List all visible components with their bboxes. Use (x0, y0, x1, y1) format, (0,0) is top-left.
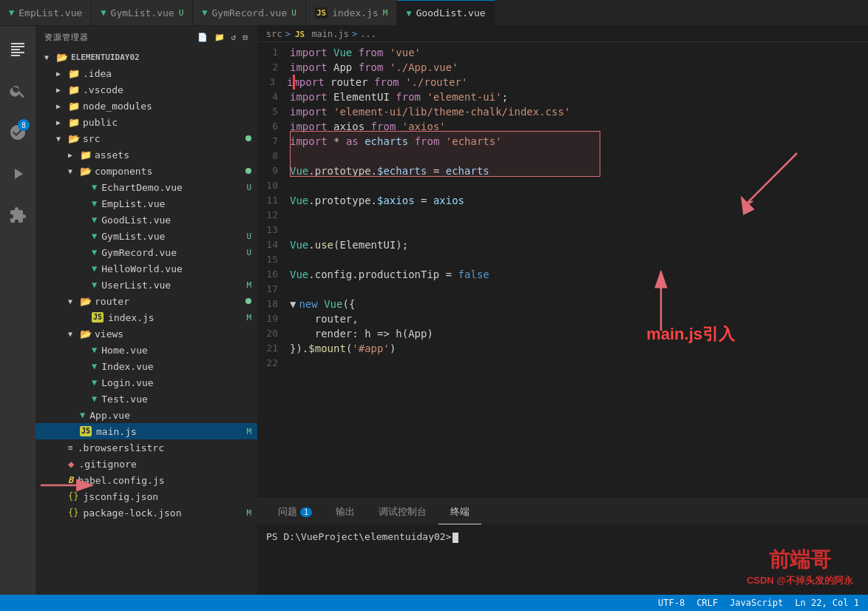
code-line-6: 6 import axios from 'axios' (257, 119, 868, 134)
expand-arrow: ▼ (68, 167, 80, 175)
code-line-1: 1 import Vue from 'vue' (257, 45, 868, 60)
tree-idea[interactable]: ▶ 📁 .idea (35, 65, 257, 81)
js-file-icon: JS (92, 312, 104, 323)
panel-tab-output[interactable]: 输出 (324, 499, 367, 524)
tree-public[interactable]: ▶ 📁 public (35, 114, 257, 130)
tree-goodlist[interactable]: ▶ ▼ GoodList.vue (35, 212, 257, 228)
code-line-2: 2 import App from './App.vue' (257, 60, 868, 75)
tab-emplist[interactable]: ▼ EmpList.vue (0, 0, 92, 25)
panel-tab-terminal[interactable]: 终端 (438, 499, 481, 524)
tree-node-modules[interactable]: ▶ 📁 node_modules (35, 98, 257, 114)
expand-arrow: ▼ (68, 297, 80, 306)
folder-icon: 📁 (68, 101, 80, 112)
sidebar-content: ▼ 📂 ELEMENTUIDAY02 ▶ 📁 .idea ▶ 📁 .vscode (35, 49, 257, 595)
tree-assets[interactable]: ▶ 📁 assets (35, 146, 257, 163)
tree-test[interactable]: ▶ ▼ Test.vue (35, 391, 257, 407)
folder-open-icon: 📂 (68, 133, 80, 144)
tree-index-vue[interactable]: ▶ ▼ Index.vue (35, 358, 257, 374)
new-file-icon[interactable]: 📄 (197, 33, 208, 42)
tree-gymlist[interactable]: ▶ ▼ GymList.vue U (35, 228, 257, 244)
code-line-12: 12 (257, 208, 868, 223)
tree-components[interactable]: ▼ 📂 components (35, 163, 257, 179)
tree-emplist[interactable]: ▶ ▼ EmpList.vue (35, 195, 257, 212)
tree-router-indexjs[interactable]: ▶ JS index.js M (35, 309, 257, 325)
expand-arrow: ▶ (68, 151, 80, 159)
vue-file-icon: ▼ (92, 394, 97, 404)
vue-file-icon: ▼ (92, 361, 97, 371)
tree-app-vue[interactable]: ▶ ▼ App.vue (35, 407, 257, 423)
badge-m: M (246, 313, 257, 323)
tree-gymrecord[interactable]: ▶ ▼ GymRecord.vue U (35, 244, 257, 260)
editor-area: src > JS main.js > ... 1 import Vue from… (257, 26, 868, 595)
tree-gitignore[interactable]: ▶ ◆ .gitignore (35, 456, 257, 472)
tab-indexjs[interactable]: JS index.js M (306, 0, 398, 25)
collapse-icon[interactable]: ⊟ (243, 33, 248, 42)
tree-babel[interactable]: ▶ B babel.config.js (35, 472, 257, 488)
search-icon[interactable] (0, 73, 35, 109)
tree-root[interactable]: ▼ 📂 ELEMENTUIDAY02 (35, 49, 257, 65)
run-icon[interactable] (0, 156, 35, 192)
root-label: ELEMENTUIDAY02 (71, 53, 140, 62)
code-line-5: 5 import 'element-ui/lib/theme-chalk/ind… (257, 104, 868, 119)
tab-goodlist[interactable]: ▼ GoodList.vue (397, 0, 495, 25)
explorer-icon[interactable] (0, 32, 35, 67)
bottom-panel: 问题 1 输出 调试控制台 终端 PS (257, 499, 868, 595)
badge-m: M (246, 427, 257, 436)
sidebar-toolbar: 📄 📁 ↺ ⊟ (197, 33, 248, 42)
panel-content: PS D:\VueProject\elementuiday02> (257, 525, 868, 595)
modified-dot (245, 135, 251, 141)
extensions-icon[interactable] (0, 198, 35, 233)
tree-userlist[interactable]: ▶ ▼ UserList.vue M (35, 277, 257, 293)
vue-icon: ▼ (406, 8, 411, 18)
panel-tabs: 问题 1 输出 调试控制台 终端 (257, 499, 868, 525)
code-editor[interactable]: 1 import Vue from 'vue' 2 import App fro… (257, 42, 868, 499)
code-line-13: 13 (257, 223, 868, 237)
git-file-icon: ◆ (68, 458, 74, 470)
activity-bar: 8 (0, 26, 35, 595)
tree-helloworld[interactable]: ▶ ▼ HelloWorld.vue (35, 260, 257, 277)
tab-gymrecord[interactable]: ▼ GymRecord.vue U (193, 0, 306, 25)
code-line-18: 18 ▼new Vue({ (257, 297, 868, 311)
tree-src[interactable]: ▼ 📂 src (35, 130, 257, 146)
tree-home[interactable]: ▶ ▼ Home.vue (35, 342, 257, 358)
tab-gymlist[interactable]: ▼ GymList.vue U (92, 0, 193, 25)
modified-badge: U (291, 8, 296, 18)
expand-arrow: ▼ (68, 330, 80, 338)
sidebar: 资源管理器 📄 📁 ↺ ⊟ ▼ 📂 ELEMENTUIDAY02 ▶ (35, 26, 257, 595)
modified-dot (245, 298, 251, 304)
modified-badge: U (179, 8, 184, 18)
status-bar: UTF-8 CRLF JavaScript Ln 22, Col 1 (0, 595, 868, 611)
problems-badge: 1 (300, 507, 312, 517)
tree-jsconfig[interactable]: ▶ {} jsconfig.json (35, 488, 257, 504)
tree-main-js[interactable]: ▶ JS main.js M (35, 423, 257, 439)
tree-echartdemo[interactable]: ▶ ▼ EchartDemo.vue U (35, 179, 257, 195)
vue-file-icon: ▼ (80, 410, 85, 420)
modified-dot (245, 168, 251, 174)
vue-file-icon: ▼ (92, 231, 97, 241)
new-folder-icon[interactable]: 📁 (214, 33, 226, 42)
vue-icon: ▼ (9, 7, 14, 18)
git-icon[interactable]: 8 (0, 115, 35, 150)
expand-arrow: ▶ (56, 70, 68, 78)
code-line-14: 14 Vue.use(ElementUI); (257, 237, 868, 252)
folder-open-icon: 📂 (80, 166, 92, 177)
code-line-21: 21 }).$mount('#app') (257, 341, 868, 356)
refresh-icon[interactable]: ↺ (231, 33, 237, 42)
js-icon: JS (315, 7, 328, 18)
text-file-icon: ≡ (68, 443, 73, 453)
vue-icon: ▼ (101, 7, 106, 18)
sidebar-title: 资源管理器 (44, 32, 89, 43)
tree-router[interactable]: ▼ 📂 router (35, 293, 257, 309)
vue-file-icon: ▼ (92, 198, 97, 209)
tree-browserslist[interactable]: ▶ ≡ .browserslistrc (35, 439, 257, 456)
code-line-16: 16 Vue.config.productionTip = false (257, 267, 868, 282)
tree-views[interactable]: ▼ 📂 views (35, 325, 257, 342)
panel-tab-debug[interactable]: 调试控制台 (367, 499, 438, 524)
json-icon: {} (68, 491, 78, 502)
vue-file-icon: ▼ (92, 182, 97, 192)
panel-tab-problems[interactable]: 问题 1 (266, 499, 324, 524)
tree-vscode[interactable]: ▶ 📁 .vscode (35, 81, 257, 98)
tree-login[interactable]: ▶ ▼ Login.vue (35, 374, 257, 391)
tree-packagelock[interactable]: ▶ {} package-lock.json M (35, 504, 257, 521)
expand-arrow: ▼ (56, 135, 68, 143)
